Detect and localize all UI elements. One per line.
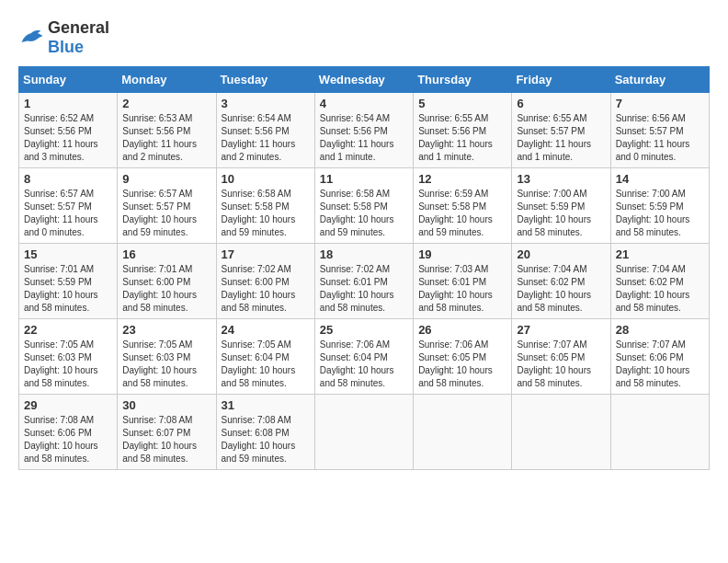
day-number: 22 xyxy=(24,323,112,337)
calendar-cell: 11 Sunrise: 6:58 AM Sunset: 5:58 PM Dayl… xyxy=(314,168,413,244)
day-number: 4 xyxy=(320,97,408,110)
day-detail: Sunrise: 7:04 AM Sunset: 6:02 PM Dayligh… xyxy=(517,263,605,315)
calendar-cell xyxy=(610,395,709,470)
day-detail: Sunrise: 6:53 AM Sunset: 5:56 PM Dayligh… xyxy=(122,112,210,164)
day-detail: Sunrise: 6:57 AM Sunset: 5:57 PM Dayligh… xyxy=(24,188,112,239)
day-detail: Sunrise: 7:00 AM Sunset: 5:59 PM Dayligh… xyxy=(517,188,605,239)
day-number: 17 xyxy=(222,247,310,261)
day-number: 16 xyxy=(122,247,210,261)
logo-blue: Blue xyxy=(48,38,84,56)
calendar-table: SundayMondayTuesdayWednesdayThursdayFrid… xyxy=(18,66,710,470)
calendar-cell xyxy=(414,395,512,470)
calendar-cell: 5 Sunrise: 6:55 AM Sunset: 5:56 PM Dayli… xyxy=(414,93,512,168)
day-number: 14 xyxy=(616,172,704,186)
day-detail: Sunrise: 7:02 AM Sunset: 6:01 PM Dayligh… xyxy=(320,263,408,315)
page-header: General Blue xyxy=(18,18,710,57)
day-detail: Sunrise: 6:58 AM Sunset: 5:58 PM Dayligh… xyxy=(222,188,310,239)
calendar-cell: 3 Sunrise: 6:54 AM Sunset: 5:56 PM Dayli… xyxy=(216,93,314,168)
day-number: 26 xyxy=(418,323,506,337)
weekday-header-saturday: Saturday xyxy=(610,67,709,93)
day-number: 5 xyxy=(418,97,506,110)
calendar-cell: 30 Sunrise: 7:08 AM Sunset: 6:07 PM Dayl… xyxy=(118,395,216,470)
day-number: 12 xyxy=(418,172,506,186)
calendar-cell: 25 Sunrise: 7:06 AM Sunset: 6:04 PM Dayl… xyxy=(314,319,413,395)
day-number: 6 xyxy=(517,97,605,110)
calendar-cell: 21 Sunrise: 7:04 AM Sunset: 6:02 PM Dayl… xyxy=(610,244,709,319)
day-detail: Sunrise: 7:05 AM Sunset: 6:03 PM Dayligh… xyxy=(122,339,210,390)
logo-bird-icon xyxy=(18,28,44,48)
calendar-cell: 10 Sunrise: 6:58 AM Sunset: 5:58 PM Dayl… xyxy=(216,168,314,244)
weekday-header-friday: Friday xyxy=(512,67,610,93)
calendar-cell: 17 Sunrise: 7:02 AM Sunset: 6:00 PM Dayl… xyxy=(216,244,314,319)
day-number: 23 xyxy=(122,323,210,337)
logo: General Blue xyxy=(18,18,109,57)
weekday-header-thursday: Thursday xyxy=(414,67,512,93)
calendar-cell: 2 Sunrise: 6:53 AM Sunset: 5:56 PM Dayli… xyxy=(118,93,216,168)
day-detail: Sunrise: 6:55 AM Sunset: 5:57 PM Dayligh… xyxy=(517,112,605,164)
day-detail: Sunrise: 7:06 AM Sunset: 6:04 PM Dayligh… xyxy=(320,339,408,390)
day-detail: Sunrise: 7:05 AM Sunset: 6:04 PM Dayligh… xyxy=(222,339,310,390)
calendar-cell: 16 Sunrise: 7:01 AM Sunset: 6:00 PM Dayl… xyxy=(118,244,216,319)
day-number: 27 xyxy=(517,323,605,337)
day-number: 11 xyxy=(320,172,408,186)
day-number: 9 xyxy=(122,172,210,186)
day-detail: Sunrise: 7:01 AM Sunset: 5:59 PM Dayligh… xyxy=(24,263,112,315)
calendar-cell: 27 Sunrise: 7:07 AM Sunset: 6:05 PM Dayl… xyxy=(512,319,610,395)
calendar-cell xyxy=(512,395,610,470)
day-detail: Sunrise: 7:05 AM Sunset: 6:03 PM Dayligh… xyxy=(24,339,112,390)
day-number: 29 xyxy=(24,398,112,412)
day-number: 30 xyxy=(122,398,210,412)
day-detail: Sunrise: 7:08 AM Sunset: 6:06 PM Dayligh… xyxy=(24,414,112,465)
calendar-cell: 9 Sunrise: 6:57 AM Sunset: 5:57 PM Dayli… xyxy=(118,168,216,244)
day-number: 25 xyxy=(320,323,408,337)
day-detail: Sunrise: 7:08 AM Sunset: 6:08 PM Dayligh… xyxy=(222,414,310,465)
day-number: 20 xyxy=(517,247,605,261)
day-number: 10 xyxy=(222,172,310,186)
calendar-body: 1 Sunrise: 6:52 AM Sunset: 5:56 PM Dayli… xyxy=(19,93,710,470)
day-detail: Sunrise: 6:52 AM Sunset: 5:56 PM Dayligh… xyxy=(24,112,112,164)
day-number: 1 xyxy=(24,97,112,110)
calendar-cell: 31 Sunrise: 7:08 AM Sunset: 6:08 PM Dayl… xyxy=(216,395,314,470)
day-number: 24 xyxy=(222,323,310,337)
day-number: 8 xyxy=(24,172,112,186)
calendar-cell: 28 Sunrise: 7:07 AM Sunset: 6:06 PM Dayl… xyxy=(610,319,709,395)
day-detail: Sunrise: 6:57 AM Sunset: 5:57 PM Dayligh… xyxy=(122,188,210,239)
day-detail: Sunrise: 6:55 AM Sunset: 5:56 PM Dayligh… xyxy=(418,112,506,164)
weekday-header-tuesday: Tuesday xyxy=(216,67,314,93)
calendar-cell: 6 Sunrise: 6:55 AM Sunset: 5:57 PM Dayli… xyxy=(512,93,610,168)
weekday-header-row: SundayMondayTuesdayWednesdayThursdayFrid… xyxy=(19,67,710,93)
week-row-5: 29 Sunrise: 7:08 AM Sunset: 6:06 PM Dayl… xyxy=(19,395,710,470)
calendar-cell: 4 Sunrise: 6:54 AM Sunset: 5:56 PM Dayli… xyxy=(314,93,413,168)
calendar-cell: 12 Sunrise: 6:59 AM Sunset: 5:58 PM Dayl… xyxy=(414,168,512,244)
day-number: 13 xyxy=(517,172,605,186)
week-row-4: 22 Sunrise: 7:05 AM Sunset: 6:03 PM Dayl… xyxy=(19,319,710,395)
calendar-cell: 1 Sunrise: 6:52 AM Sunset: 5:56 PM Dayli… xyxy=(19,93,118,168)
day-number: 18 xyxy=(320,247,408,261)
calendar-cell: 14 Sunrise: 7:00 AM Sunset: 5:59 PM Dayl… xyxy=(610,168,709,244)
week-row-2: 8 Sunrise: 6:57 AM Sunset: 5:57 PM Dayli… xyxy=(19,168,710,244)
day-number: 28 xyxy=(616,323,704,337)
weekday-header-monday: Monday xyxy=(118,67,216,93)
day-detail: Sunrise: 7:01 AM Sunset: 6:00 PM Dayligh… xyxy=(122,263,210,315)
calendar-cell: 24 Sunrise: 7:05 AM Sunset: 6:04 PM Dayl… xyxy=(216,319,314,395)
calendar-cell: 26 Sunrise: 7:06 AM Sunset: 6:05 PM Dayl… xyxy=(414,319,512,395)
day-number: 31 xyxy=(222,398,310,412)
calendar-cell: 13 Sunrise: 7:00 AM Sunset: 5:59 PM Dayl… xyxy=(512,168,610,244)
calendar-cell: 23 Sunrise: 7:05 AM Sunset: 6:03 PM Dayl… xyxy=(118,319,216,395)
calendar-cell: 18 Sunrise: 7:02 AM Sunset: 6:01 PM Dayl… xyxy=(314,244,413,319)
week-row-3: 15 Sunrise: 7:01 AM Sunset: 5:59 PM Dayl… xyxy=(19,244,710,319)
day-detail: Sunrise: 6:58 AM Sunset: 5:58 PM Dayligh… xyxy=(320,188,408,239)
day-detail: Sunrise: 7:03 AM Sunset: 6:01 PM Dayligh… xyxy=(418,263,506,315)
day-detail: Sunrise: 7:04 AM Sunset: 6:02 PM Dayligh… xyxy=(616,263,704,315)
logo-general: General xyxy=(48,18,109,37)
day-detail: Sunrise: 6:56 AM Sunset: 5:57 PM Dayligh… xyxy=(616,112,704,164)
day-detail: Sunrise: 7:06 AM Sunset: 6:05 PM Dayligh… xyxy=(418,339,506,390)
weekday-header-wednesday: Wednesday xyxy=(314,67,413,93)
day-number: 15 xyxy=(24,247,112,261)
calendar-cell: 29 Sunrise: 7:08 AM Sunset: 6:06 PM Dayl… xyxy=(19,395,118,470)
day-detail: Sunrise: 6:54 AM Sunset: 5:56 PM Dayligh… xyxy=(320,112,408,164)
day-detail: Sunrise: 7:08 AM Sunset: 6:07 PM Dayligh… xyxy=(122,414,210,465)
calendar-cell xyxy=(314,395,413,470)
day-number: 21 xyxy=(616,247,704,261)
calendar-cell: 15 Sunrise: 7:01 AM Sunset: 5:59 PM Dayl… xyxy=(19,244,118,319)
